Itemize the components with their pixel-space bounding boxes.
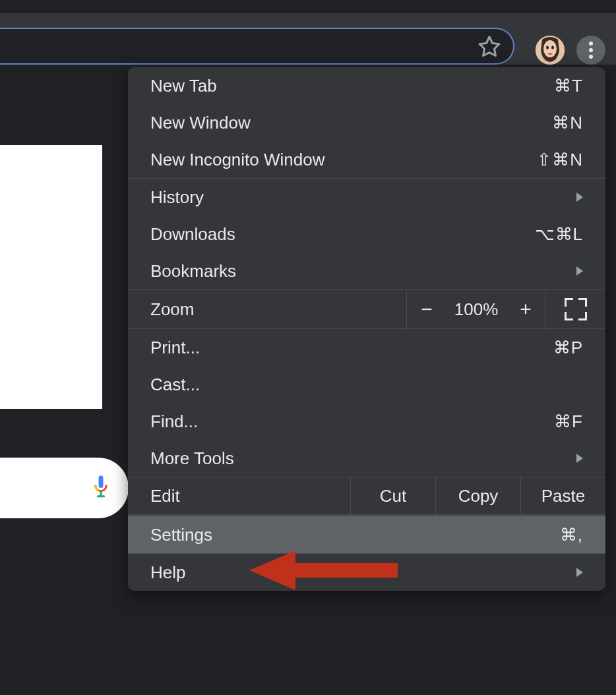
menu-item-edit: Edit Cut Copy Paste: [128, 477, 605, 514]
zoom-value: 100%: [447, 299, 506, 320]
browser-toolbar: [0, 13, 616, 65]
menu-item-label: Settings: [150, 525, 560, 545]
menu-item-label: Find...: [150, 411, 554, 432]
menu-item-label: History: [150, 187, 576, 208]
menu-item-label: New Tab: [150, 76, 554, 96]
menu-item-downloads[interactable]: Downloads ⌥⌘L: [128, 216, 605, 253]
menu-item-label: Print...: [150, 338, 553, 358]
submenu-arrow-icon: [576, 454, 583, 463]
svg-rect-5: [99, 475, 104, 488]
menu-item-new-window[interactable]: New Window ⌘N: [128, 104, 605, 141]
edit-label: Edit: [128, 477, 350, 514]
submenu-arrow-icon: [576, 266, 583, 276]
menu-item-shortcut: ⌘P: [553, 338, 583, 358]
menu-item-shortcut: ⌘T: [554, 76, 583, 96]
menu-item-find[interactable]: Find... ⌘F: [128, 403, 605, 440]
menu-item-settings[interactable]: Settings ⌘,: [128, 516, 605, 553]
menu-item-print[interactable]: Print... ⌘P: [128, 329, 605, 366]
menu-item-zoom: Zoom − 100% +: [128, 290, 605, 328]
zoom-controls: − 100% +: [406, 290, 545, 328]
search-box-fragment[interactable]: [0, 458, 129, 518]
menu-item-shortcut: ⌘,: [560, 525, 583, 545]
address-bar[interactable]: [0, 28, 514, 65]
menu-item-shortcut: ⌘F: [554, 411, 583, 432]
svg-point-2: [543, 40, 557, 57]
more-vert-icon: [589, 48, 593, 52]
profile-avatar[interactable]: [536, 36, 565, 65]
menu-item-cast[interactable]: Cast...: [128, 366, 605, 403]
submenu-arrow-icon: [576, 193, 583, 202]
microphone-icon[interactable]: [92, 475, 110, 501]
fullscreen-icon: [565, 298, 587, 320]
submenu-arrow-icon: [576, 568, 583, 577]
zoom-out-button[interactable]: −: [407, 298, 447, 320]
svg-point-3: [546, 46, 549, 49]
menu-item-label: Cast...: [150, 375, 583, 395]
chrome-main-menu: New Tab ⌘T New Window ⌘N New Incognito W…: [128, 67, 605, 591]
menu-item-help[interactable]: Help: [128, 554, 605, 591]
zoom-in-button[interactable]: +: [506, 298, 545, 320]
menu-item-label: New Incognito Window: [150, 150, 537, 170]
svg-marker-0: [479, 37, 499, 56]
menu-item-label: Bookmarks: [150, 261, 576, 282]
menu-item-label: Help: [150, 562, 576, 583]
menu-item-shortcut: ⌥⌘L: [535, 224, 583, 245]
menu-item-new-incognito[interactable]: New Incognito Window ⇧⌘N: [128, 141, 605, 178]
page-content-fragment: [0, 145, 102, 409]
menu-item-shortcut: ⇧⌘N: [537, 150, 583, 170]
menu-item-new-tab[interactable]: New Tab ⌘T: [128, 67, 605, 104]
menu-item-label: Downloads: [150, 224, 535, 245]
menu-item-more-tools[interactable]: More Tools: [128, 440, 605, 477]
star-icon[interactable]: [477, 34, 501, 58]
menu-item-label: New Window: [150, 113, 552, 133]
fullscreen-button[interactable]: [545, 290, 605, 328]
zoom-label: Zoom: [128, 290, 406, 328]
menu-item-bookmarks[interactable]: Bookmarks: [128, 253, 605, 289]
menu-item-history[interactable]: History: [128, 179, 605, 216]
kebab-menu-button[interactable]: [576, 36, 605, 65]
cut-button[interactable]: Cut: [350, 477, 435, 514]
svg-point-4: [551, 46, 554, 49]
menu-item-shortcut: ⌘N: [552, 113, 583, 133]
copy-button[interactable]: Copy: [435, 477, 520, 514]
menu-item-label: More Tools: [150, 448, 576, 469]
paste-button[interactable]: Paste: [520, 477, 605, 514]
